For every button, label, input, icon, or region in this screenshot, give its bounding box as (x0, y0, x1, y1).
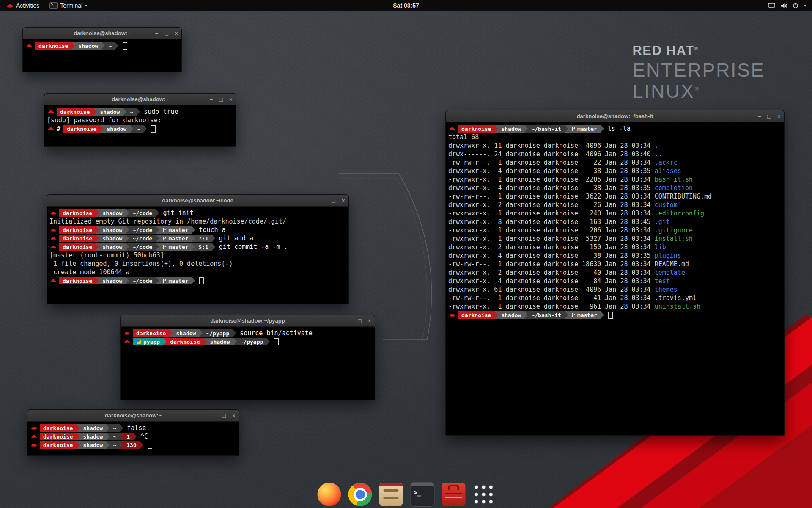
segment-arrow-icon (123, 108, 126, 116)
redhat-prompt-icon (48, 110, 54, 114)
terminal-window-home-1[interactable]: darknoise@shadow:~ − □ × darknoiseshadow… (22, 27, 182, 72)
toolbox-icon[interactable] (442, 483, 466, 506)
redhat-prompt-icon (31, 443, 37, 447)
prompt-segment: darknoise (458, 125, 494, 133)
maximize-button[interactable]: □ (767, 113, 771, 119)
maximize-button[interactable]: □ (165, 30, 168, 36)
chrome-icon[interactable] (348, 483, 372, 506)
maximize-button[interactable]: □ (358, 318, 361, 324)
maximize-button[interactable]: □ (219, 97, 222, 102)
terminal-app-icon (49, 2, 58, 9)
window-controls: − □ × (757, 110, 781, 122)
prompt-segment: ~ (110, 433, 120, 440)
output-text: drwxrwxr-x. 11 darknoise darknoise 4096 … (448, 142, 655, 149)
segment-arrow-icon (203, 338, 207, 345)
maximize-button[interactable]: □ (332, 198, 335, 204)
close-button[interactable]: × (777, 113, 781, 119)
prompt-segment: ~/code (129, 209, 156, 217)
window-titlebar[interactable]: darknoise@shadow:~/bash-it − □ × (446, 110, 784, 122)
activities-button[interactable]: Activities (3, 0, 43, 11)
output-text: drwxrwxr-x. 61 darknoise darknoise 4096 … (448, 286, 655, 293)
output-text: .travis.yml (655, 294, 697, 302)
output-text: 1 file changed, 0 insertions(+), 0 delet… (49, 260, 233, 268)
segment-arrow-icon (199, 329, 203, 337)
prompt-segment: ~ (105, 42, 115, 50)
window-titlebar[interactable]: darknoise@shadow:~ − □ × (44, 94, 236, 105)
git-branch-icon (162, 278, 167, 284)
prompt-segment: ~/pyapp (203, 329, 233, 337)
prompt-segment: ~/code (129, 277, 156, 284)
prompt-segment: ~ (110, 424, 120, 432)
output-text: drwxrwxr-x. 4 darknoise darknoise 38 Jan… (448, 184, 655, 192)
terminal-icon[interactable] (410, 482, 435, 507)
maximize-button[interactable]: □ (222, 413, 225, 419)
terminal-window-pyapp[interactable]: darknoise@shadow:~/pyapp − □ × darknoise… (120, 315, 375, 400)
rhel-logo-linux: LINUX® (632, 82, 765, 101)
minimize-button[interactable]: − (209, 97, 213, 102)
firefox-icon[interactable] (318, 483, 341, 506)
segment-arrow-icon (601, 311, 604, 319)
app-menu-terminal[interactable]: Terminal ▾ (45, 0, 91, 11)
prompt-segment: ~ (126, 108, 137, 116)
terminal-content[interactable]: darknoiseshadow~/bash-it masterls -latot… (446, 122, 784, 319)
show-applications-icon[interactable] (473, 483, 495, 505)
prompt-segment: ~/code (129, 226, 156, 234)
close-button[interactable]: × (342, 198, 345, 204)
terminal-window-bash-it[interactable]: darknoise@shadow:~/bash-it − □ × darknoi… (445, 110, 785, 436)
terminal-window-home-2[interactable]: darknoise@shadow:~ − □ × darknoiseshadow… (27, 409, 239, 456)
window-title: darknoise@shadow:~/bash-it (577, 113, 653, 119)
prompt-segment: shadow (99, 277, 126, 284)
redhat-prompt-icon (50, 236, 57, 240)
segment-arrow-icon (494, 311, 498, 319)
segment-arrow-icon (156, 243, 159, 251)
terminal-content[interactable]: darknoiseshadow~ (23, 39, 181, 50)
window-titlebar[interactable]: darknoise@shadow:~ − □ × (23, 28, 181, 39)
prompt-segment: pyapp (133, 338, 163, 345)
terminal-content[interactable]: darknoiseshadow~sudo true[sudo] password… (44, 105, 236, 133)
prompt-segment: shadow (498, 311, 524, 319)
minimize-button[interactable]: − (757, 113, 761, 119)
window-controls: − □ × (209, 94, 233, 105)
minimize-button[interactable]: − (155, 30, 158, 36)
terminal-line: darknoiseshadow~1^C (30, 432, 239, 441)
close-button[interactable]: × (232, 413, 236, 419)
prompt-segment: shadow (75, 42, 102, 50)
file-manager-icon[interactable] (379, 483, 403, 506)
terminal-line: drwxrwxr-x. 4 darknoise darknoise 84 Jan… (448, 277, 784, 285)
close-button[interactable]: × (229, 97, 233, 102)
output-text: drwxrwxr-x. 2 darknoise darknoise 40 Jan… (448, 269, 655, 276)
segment-arrow-icon (100, 125, 103, 133)
terminal-content[interactable]: darknoiseshadow~false darknoiseshadow~1^… (27, 422, 239, 449)
system-tray[interactable]: ▾ (768, 3, 812, 8)
minimize-button[interactable]: − (348, 318, 351, 324)
terminal-window-code[interactable]: darknoise@shadow:~/code − □ × darknoises… (47, 194, 349, 304)
window-titlebar[interactable]: darknoise@shadow:~ − □ × (27, 410, 239, 422)
minimize-button[interactable]: − (212, 413, 216, 419)
window-titlebar[interactable]: darknoise@shadow:~/pyapp − □ × (121, 315, 375, 327)
terminal-line: -rwxrwxr-x. 1 darknoise darknoise 2205 J… (448, 175, 784, 184)
terminal-line: -rwxrwxr-x. 1 darknoise darknoise 961 Ja… (448, 302, 784, 311)
clock[interactable]: Sat 03:57 (393, 2, 419, 9)
segment-arrow-icon (192, 235, 195, 242)
segment-arrow-icon (565, 311, 568, 319)
terminal-content[interactable]: darknoiseshadow~/codegit initInitialized… (47, 207, 348, 285)
prompt-segment: ~/bash-it (528, 311, 564, 319)
terminal-line: drwxrwxr-x. 4 darknoise darknoise 38 Jan… (448, 251, 784, 260)
output-text: test (655, 277, 670, 285)
segment-arrow-icon (212, 243, 215, 251)
output-text: completion (655, 184, 693, 192)
terminal-content[interactable]: darknoiseshadow~/pyappsource bin/activat… (121, 327, 375, 346)
window-controls: − □ × (212, 410, 236, 421)
prompt-segment: darknoise (59, 226, 96, 234)
terminal-window-sudo[interactable]: darknoise@shadow:~ − □ × darknoiseshadow… (44, 93, 236, 147)
output-text: README.md (655, 260, 689, 268)
window-titlebar[interactable]: darknoise@shadow:~/code − □ × (47, 195, 348, 207)
close-button[interactable]: × (368, 318, 371, 324)
git-branch-icon (571, 312, 576, 318)
segment-arrow-icon (143, 125, 147, 133)
segment-arrow-icon (96, 209, 99, 217)
close-button[interactable]: × (175, 30, 178, 36)
segment-arrow-icon (126, 209, 129, 217)
minimize-button[interactable]: − (322, 198, 325, 204)
terminal-line: darknoiseshadow~sudo true (47, 108, 236, 116)
